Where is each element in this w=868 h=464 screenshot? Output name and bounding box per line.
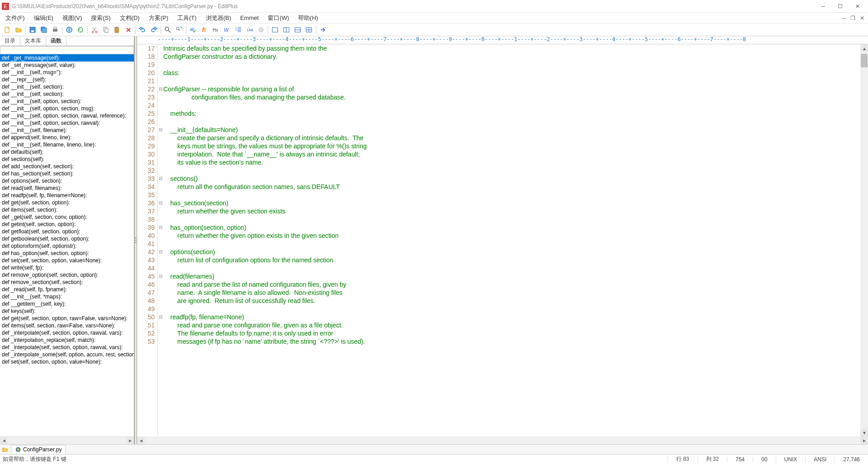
menu-item[interactable]: 搜索(S) bbox=[87, 13, 114, 23]
function-list-item[interactable]: def remove_option(self, section, option)… bbox=[0, 271, 134, 279]
delete-button[interactable] bbox=[123, 24, 134, 35]
function-list[interactable]: def _get_message(self):def _set_message(… bbox=[0, 54, 134, 436]
window-split-h-button[interactable] bbox=[281, 24, 292, 35]
function-list-item[interactable]: def __init__(self, option, section, rawv… bbox=[0, 119, 134, 127]
mdi-minimize-button[interactable]: ─ bbox=[840, 15, 848, 21]
save-all-button[interactable] bbox=[38, 24, 49, 35]
window-1-button[interactable] bbox=[270, 24, 280, 35]
function-list-item[interactable]: def __init__(self, option, section, msg)… bbox=[0, 105, 134, 112]
undo-button[interactable] bbox=[137, 24, 148, 35]
open-file-button[interactable] bbox=[13, 24, 24, 35]
function-list-item[interactable]: def _interpolation_replace(self, match): bbox=[0, 336, 134, 344]
scroll-down-icon[interactable]: ▾ bbox=[860, 429, 868, 436]
function-list-item[interactable]: def __init__(self, section): bbox=[0, 90, 134, 98]
function-list-item[interactable]: def keys(self): bbox=[0, 308, 134, 315]
function-list-item[interactable]: def set(self, section, option, value=Non… bbox=[0, 358, 134, 365]
scroll-left-icon[interactable]: ◂ bbox=[0, 437, 8, 445]
mdi-close-button[interactable]: ✕ bbox=[858, 15, 866, 21]
function-list-item[interactable]: def __getitem__(self, key): bbox=[0, 300, 134, 308]
function-list-item[interactable]: def __init__(self, filename): bbox=[0, 127, 134, 134]
function-list-item[interactable]: def defaults(self): bbox=[0, 148, 134, 156]
word-wrap-button[interactable]: W bbox=[222, 24, 232, 35]
menu-item[interactable]: 视图(V) bbox=[59, 13, 85, 23]
function-list-item[interactable]: def readfp(self, fp, filename=None): bbox=[0, 192, 134, 199]
save-button[interactable] bbox=[27, 24, 38, 35]
document-tab[interactable]: ConfigParser.py bbox=[11, 445, 66, 454]
function-list-item[interactable]: def _get_message(self): bbox=[0, 54, 134, 62]
function-list-item[interactable]: def has_option(self, section, option): bbox=[0, 250, 134, 257]
function-list-item[interactable]: def __init__(self, option, section): bbox=[0, 98, 134, 105]
function-list-item[interactable]: def _get(self, section, conv, option): bbox=[0, 213, 134, 221]
window-split-v-button[interactable] bbox=[292, 24, 303, 35]
maximize-button[interactable]: ☐ bbox=[835, 2, 845, 10]
panel-tab[interactable]: 目录 bbox=[0, 36, 20, 46]
menu-item[interactable]: 文档(D) bbox=[116, 13, 143, 23]
function-list-item[interactable]: def _interpolate(self, section, option, … bbox=[0, 329, 134, 336]
function-list-item[interactable]: def _interpolate(self, section, option, … bbox=[0, 344, 134, 351]
goto-button[interactable]: ? bbox=[318, 24, 328, 35]
copy-button[interactable] bbox=[100, 24, 111, 35]
spell-check-button[interactable]: ab bbox=[188, 24, 199, 35]
menu-item[interactable]: 文件(F) bbox=[2, 13, 28, 23]
menu-item[interactable]: 工具(T) bbox=[174, 13, 200, 23]
browser-button[interactable] bbox=[64, 24, 75, 35]
function-filter[interactable] bbox=[0, 46, 134, 54]
function-list-item[interactable]: def getint(self, section, option): bbox=[0, 221, 134, 228]
function-list-item[interactable]: def __init__(self, option, section, rawv… bbox=[0, 112, 134, 119]
function-list-item[interactable]: def append(self, lineno, line): bbox=[0, 134, 134, 141]
find-button[interactable] bbox=[162, 24, 173, 35]
function-list-item[interactable]: def __init__(self, filename, lineno, lin… bbox=[0, 141, 134, 148]
panel-hscrollbar[interactable]: ◂ ▸ bbox=[0, 436, 134, 444]
editor-vscrollbar[interactable]: ▴ ▾ bbox=[860, 44, 868, 436]
new-file-button[interactable] bbox=[2, 24, 13, 35]
function-list-item[interactable]: def _interpolate_some(self, option, accu… bbox=[0, 351, 134, 358]
scroll-right-icon[interactable]: ▸ bbox=[126, 437, 134, 445]
redo-button[interactable] bbox=[148, 24, 159, 35]
function-list-item[interactable]: def _set_message(self, value): bbox=[0, 62, 134, 69]
function-list-item[interactable]: def get(self, section, option, raw=False… bbox=[0, 315, 134, 322]
function-list-item[interactable]: def write(self, fp): bbox=[0, 264, 134, 271]
function-list-item[interactable]: def add_section(self, section): bbox=[0, 163, 134, 170]
function-filter-input[interactable] bbox=[0, 47, 133, 54]
editor-hscrollbar[interactable]: ◂ ▸ bbox=[137, 436, 868, 444]
vscroll-thumb[interactable] bbox=[861, 54, 868, 67]
function-list-item[interactable]: def sections(self): bbox=[0, 156, 134, 163]
scroll-right-icon[interactable]: ▸ bbox=[860, 436, 868, 444]
function-list-item[interactable]: def _read(self, fp, fpname): bbox=[0, 286, 134, 293]
function-list-item[interactable]: def get(self, section, option): bbox=[0, 199, 134, 206]
menu-item[interactable]: 窗口(W) bbox=[264, 13, 293, 23]
refresh-button[interactable] bbox=[75, 24, 86, 35]
menu-item[interactable]: Emmet bbox=[237, 14, 262, 22]
function-list-item[interactable]: def options(self, section): bbox=[0, 177, 134, 185]
panel-tab[interactable]: 文本库 bbox=[20, 36, 46, 46]
function-list-item[interactable]: def __init__(self, *maps): bbox=[0, 293, 134, 300]
function-list-item[interactable]: def remove_section(self, section): bbox=[0, 279, 134, 286]
function-list-item[interactable]: def items(self, section, raw=False, vars… bbox=[0, 322, 134, 329]
function-list-item[interactable]: def read(self, filenames): bbox=[0, 185, 134, 192]
mdi-restore-button[interactable]: ❐ bbox=[849, 15, 857, 21]
function-list-item[interactable]: def __init__(self, section): bbox=[0, 83, 134, 90]
function-list-item[interactable]: def optionxform(self, optionstr): bbox=[0, 242, 134, 250]
scroll-left-icon[interactable]: ◂ bbox=[137, 436, 145, 444]
cut-button[interactable] bbox=[89, 24, 100, 35]
minimize-button[interactable]: ─ bbox=[818, 2, 828, 10]
function-list-item[interactable]: def __init__(self, msg=''): bbox=[0, 69, 134, 76]
menu-item[interactable]: 浏览器(B) bbox=[202, 13, 235, 23]
whitespace-button[interactable]: 1AB·¬ bbox=[244, 24, 255, 35]
hex-view-button[interactable]: Hx bbox=[210, 24, 221, 35]
menu-item[interactable]: 编辑(E) bbox=[30, 13, 57, 23]
replace-button[interactable] bbox=[174, 24, 185, 35]
menu-item[interactable]: 帮助(H) bbox=[294, 13, 322, 23]
function-list-item[interactable]: def getboolean(self, section, option): bbox=[0, 235, 134, 242]
window-grid-button[interactable] bbox=[304, 24, 314, 35]
format-button[interactable]: A bbox=[199, 24, 210, 35]
function-list-item[interactable]: def has_section(self, section): bbox=[0, 170, 134, 177]
function-list-item[interactable]: def items(self, section): bbox=[0, 206, 134, 213]
panel-tab[interactable]: 函数 bbox=[46, 36, 66, 46]
fold-column[interactable]: ⊟⊟⊟⊟⊟⊟⊟⊟ bbox=[158, 44, 163, 436]
close-button[interactable]: ✕ bbox=[853, 2, 863, 10]
code-text[interactable]: Intrinsic defaults can be specified by p… bbox=[163, 44, 860, 436]
scroll-up-icon[interactable]: ▴ bbox=[860, 44, 868, 52]
line-numbers-button[interactable] bbox=[233, 24, 244, 35]
print-button[interactable] bbox=[50, 24, 61, 35]
